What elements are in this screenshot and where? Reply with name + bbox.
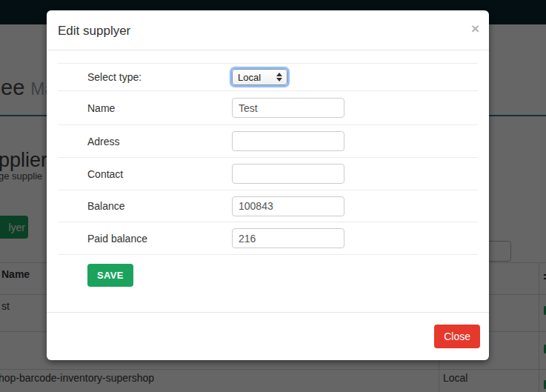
save-button-row: SAVE bbox=[58, 255, 478, 287]
type-select[interactable]: Local bbox=[232, 69, 287, 85]
form-row-adress: Adress bbox=[58, 124, 478, 157]
name-field[interactable] bbox=[232, 98, 344, 118]
form-row-select-type: Select type: Local bbox=[58, 63, 478, 90]
form-row-name: Name bbox=[58, 90, 478, 124]
edit-supplier-modal: Edit supplyer × Select type: Local Name … bbox=[47, 10, 489, 360]
chevron-up-down-icon bbox=[276, 73, 282, 82]
paid-balance-field[interactable] bbox=[232, 228, 344, 248]
modal-body: Select type: Local Name Adress Contact B… bbox=[47, 50, 489, 312]
field-label: Select type: bbox=[58, 71, 232, 83]
field-label: Paid balance bbox=[58, 233, 232, 245]
type-select-value: Local bbox=[238, 72, 261, 83]
modal-title: Edit supplyer bbox=[58, 24, 130, 39]
form-row-balance: Balance bbox=[58, 190, 478, 222]
form-row-contact: Contact bbox=[58, 157, 478, 190]
field-label: Name bbox=[58, 102, 232, 114]
adress-field[interactable] bbox=[232, 131, 344, 151]
modal-footer: Close bbox=[47, 312, 489, 360]
balance-field[interactable] bbox=[232, 196, 344, 216]
modal-header: Edit supplyer × bbox=[47, 10, 489, 50]
field-label: Contact bbox=[58, 168, 232, 180]
form-row-paid-balance: Paid balance bbox=[58, 222, 478, 255]
close-button[interactable]: Close bbox=[434, 325, 480, 348]
close-icon[interactable]: × bbox=[471, 21, 479, 36]
screen: eeMar pplier ge supplie lyer Name st hop… bbox=[0, 0, 546, 392]
field-label: Adress bbox=[58, 136, 232, 147]
contact-field[interactable] bbox=[232, 164, 344, 184]
save-button[interactable]: SAVE bbox=[87, 264, 133, 287]
field-label: Balance bbox=[58, 200, 232, 212]
